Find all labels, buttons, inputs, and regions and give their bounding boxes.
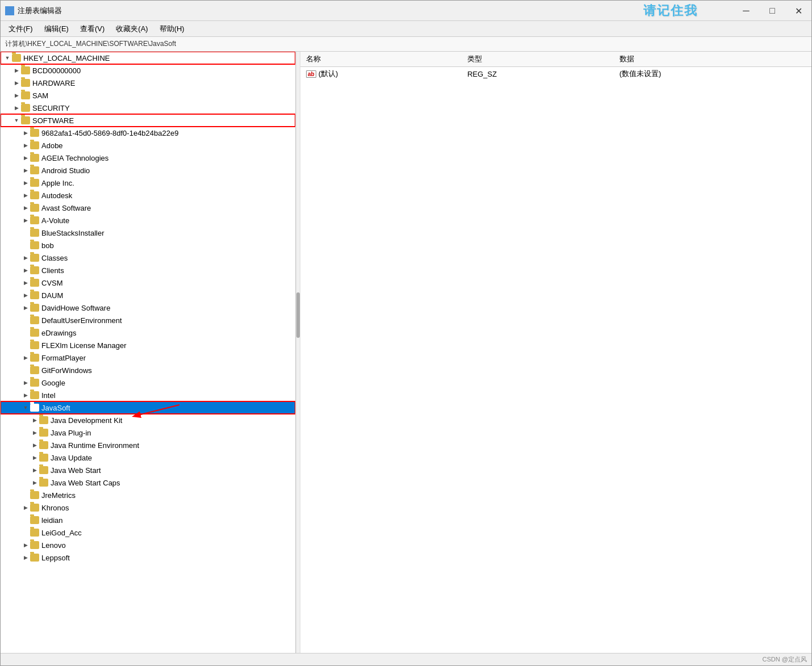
expander-javasoft[interactable]: ▼ [21,403,30,412]
tree-item-gitforwindows[interactable]: GitForWindows [1,364,295,376]
expander-intel[interactable]: ▶ [21,391,30,400]
expander-security[interactable]: ▶ [12,103,21,112]
expander-autodesk[interactable]: ▶ [21,191,30,200]
tree-item-jdk[interactable]: ▶Java Development Kit [1,414,295,426]
menu-edit[interactable]: 编辑(E) [39,22,74,36]
tree-item-hardware[interactable]: ▶HARDWARE [1,77,295,89]
expander-avolute[interactable]: ▶ [21,216,30,225]
tree-item-jplugin[interactable]: ▶Java Plug-in [1,426,295,439]
expander-cvsm[interactable]: ▶ [21,278,30,287]
expander-leppsoft[interactable]: ▶ [21,553,30,562]
expander-jplugin[interactable]: ▶ [30,428,39,437]
tree-item-security[interactable]: ▶SECURITY [1,102,295,114]
close-button[interactable]: ✕ [785,1,811,21]
tree-label-clients: Clients [41,266,64,275]
expander-khronos[interactable]: ▶ [21,503,30,512]
titlebar: 注册表编辑器 请记住我 ─ □ ✕ [1,1,811,21]
tree-scrollbar[interactable] [296,52,300,653]
tree-item-davidhowe[interactable]: ▶DavidHowe Software [1,301,295,314]
expander-jwscaps[interactable]: ▶ [30,478,39,487]
expander-hardware[interactable]: ▶ [12,78,21,87]
menu-view[interactable]: 查看(V) [74,22,110,36]
tree-item-jre[interactable]: ▶Java Runtime Environment [1,439,295,451]
tree-item-jws[interactable]: ▶Java Web Start [1,464,295,476]
tree-item-clients[interactable]: ▶Clients [1,264,295,277]
tree-item-autodesk[interactable]: ▶Autodesk [1,189,295,202]
tree-item-khronos[interactable]: ▶Khronos [1,501,295,514]
expander-sam[interactable]: ▶ [12,91,21,100]
folder-icon-leidian [30,516,39,524]
expander-avast[interactable]: ▶ [21,203,30,212]
expander-adobe[interactable]: ▶ [21,141,30,150]
expander-apple[interactable]: ▶ [21,178,30,187]
tree-label-jre: Java Runtime Environment [51,441,139,450]
tree-item-cvsm[interactable]: ▶CVSM [1,277,295,289]
expander-android[interactable]: ▶ [21,166,30,175]
table-row[interactable]: ab(默认)REG_SZ(数值未设置) [300,67,811,81]
tree-item-formatplayer[interactable]: ▶FormatPlayer [1,351,295,364]
expander-lenovo[interactable]: ▶ [21,541,30,550]
tree-item-bluestacks[interactable]: BlueStacksInstaller [1,227,295,239]
tree-item-daum[interactable]: ▶DAUM [1,289,295,301]
tree-item-software[interactable]: ▼SOFTWARE [1,114,295,127]
expander-ageia[interactable]: ▶ [21,153,30,162]
expander-9682[interactable]: ▶ [21,128,30,137]
tree-item-google[interactable]: ▶Google [1,376,295,389]
tree-item-classes[interactable]: ▶Classes [1,252,295,264]
expander-daum[interactable]: ▶ [21,291,30,300]
tree-label-jremetrics: JreMetrics [41,491,76,500]
tree-item-lenovo[interactable]: ▶Lenovo [1,539,295,551]
tree-item-edrawings[interactable]: eDrawings [1,326,295,339]
expander-bcd[interactable]: ▶ [12,66,21,75]
tree-item-leigod[interactable]: LeiGod_Acc [1,526,295,539]
menu-file[interactable]: 文件(F) [3,22,39,36]
minimize-button[interactable]: ─ [733,1,759,21]
tree-item-adobe[interactable]: ▶Adobe [1,139,295,152]
menu-favorites[interactable]: 收藏夹(A) [110,22,153,36]
tree-item-jupdate[interactable]: ▶Java Update [1,451,295,464]
scrollbar-thumb[interactable] [296,292,300,338]
tree-item-apple[interactable]: ▶Apple Inc. [1,177,295,189]
expander-google[interactable]: ▶ [21,378,30,387]
expander-jdk[interactable]: ▶ [30,416,39,425]
tree-label-android: Android Studio [41,166,90,175]
tree-item-jwscaps[interactable]: ▶Java Web Start Caps [1,476,295,489]
tree-item-bcd[interactable]: ▶BCD00000000 [1,64,295,77]
expander-hklm[interactable]: ▼ [3,53,12,62]
tree-item-flexlm[interactable]: FLEXlm License Manager [1,339,295,351]
expander-software[interactable]: ▼ [12,116,21,125]
reg-value: (数值未设置) [614,67,811,81]
tree-item-avast[interactable]: ▶Avast Software [1,202,295,214]
tree-label-ageia: AGEIA Technologies [41,154,108,162]
tree-item-jremetrics[interactable]: JreMetrics [1,489,295,501]
tree-item-sam[interactable]: ▶SAM [1,89,295,102]
tree-item-9682[interactable]: ▶9682afa1-45d0-5869-8df0-1e4b24ba22e9 [1,127,295,139]
tree-item-intel[interactable]: ▶Intel [1,389,295,401]
tree-label-bluestacks: BlueStacksInstaller [41,229,104,237]
tree-item-bob[interactable]: bob [1,239,295,252]
expander-davidhowe[interactable]: ▶ [21,303,30,312]
tree-label-leigod: LeiGod_Acc [41,529,82,537]
tree-item-ageia[interactable]: ▶AGEIA Technologies [1,152,295,164]
tree-item-defaultuser[interactable]: DefaultUserEnvironment [1,314,295,326]
expander-formatplayer[interactable]: ▶ [21,353,30,362]
tree-label-leidian: leidian [41,516,63,525]
tree-item-android[interactable]: ▶Android Studio [1,164,295,177]
folder-icon-adobe [30,141,39,149]
tree-item-avolute[interactable]: ▶A-Volute [1,214,295,227]
expander-clients[interactable]: ▶ [21,266,30,275]
expander-jre[interactable]: ▶ [30,441,39,450]
tree-item-leppsoft[interactable]: ▶Leppsoft [1,551,295,564]
tree-item-hklm[interactable]: ▼HKEY_LOCAL_MACHINE [1,52,295,64]
expander-jws[interactable]: ▶ [30,466,39,475]
maximize-button[interactable]: □ [759,1,785,21]
folder-icon-flexlm [30,341,39,349]
tree-pane[interactable]: ▼HKEY_LOCAL_MACHINE▶BCD00000000▶HARDWARE… [1,52,296,653]
tree-item-leidian[interactable]: leidian [1,514,295,526]
expander-jupdate[interactable]: ▶ [30,453,39,462]
menu-help[interactable]: 帮助(H) [154,22,190,36]
folder-icon-hklm [12,54,21,62]
tree-item-javasoft[interactable]: ▼JavaSoft [1,401,295,414]
tree-label-bob: bob [41,241,54,250]
expander-classes[interactable]: ▶ [21,253,30,262]
